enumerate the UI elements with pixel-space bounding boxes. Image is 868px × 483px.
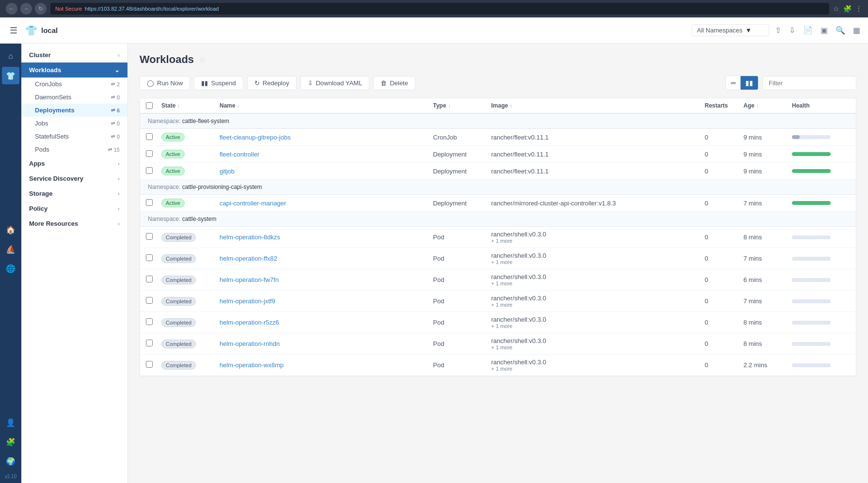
row-checkbox[interactable] [146,318,153,325]
row-checkbox[interactable] [146,254,153,261]
row-checkbox[interactable] [146,133,153,140]
row-checkbox[interactable] [146,361,153,368]
back-button[interactable]: ← [6,3,17,15]
namespace-selector[interactable]: All Namespaces ▼ [692,24,769,36]
col-type[interactable]: Type ↕ [433,102,491,109]
workload-name-link[interactable]: helm-operation-8dkzs [220,234,280,241]
workload-name-link[interactable]: gitjob [220,168,235,175]
sidebar-icon-extensions[interactable]: 🧩 [2,433,19,451]
workload-image-cell: rancher/shell:v0.3.0 + 1 more [491,316,705,329]
workload-name-link[interactable]: fleet-cleanup-gitrepo-jobs [220,134,291,141]
cluster-nav-header[interactable]: Cluster › [21,47,127,62]
grid-view-button[interactable]: ▮▮ [741,76,758,90]
sidebar-item-statefulsets[interactable]: StatefulSets ⇄ 0 [21,130,127,143]
redeploy-button[interactable]: ↻ Redeploy [247,76,297,90]
col-state[interactable]: State ↕ [161,102,220,109]
sidebar-item-deployments[interactable]: Deployments ⇄ 6 [21,104,127,117]
status-badge: Completed [161,318,196,327]
sidebar-icon-home[interactable]: ⌂ [2,47,19,65]
status-badge: Active [161,150,185,158]
status-badge: Active [161,199,185,207]
copy-icon[interactable]: ▣ [821,26,828,35]
extensions-icon[interactable]: 🧩 [843,5,852,13]
sidebar-icon-globe[interactable]: 🌍 [2,452,19,470]
hamburger-menu[interactable]: ☰ [8,23,19,38]
health-bar [792,321,831,325]
filter-input[interactable] [762,76,856,90]
workload-name-link[interactable]: capi-controller-manager [220,200,286,207]
sidebar-icon-workloads[interactable]: 👕 [2,67,19,84]
workload-name-link[interactable]: helm-operation-rnhdn [220,340,280,347]
workload-type: CronJob [433,134,491,141]
cluster-label: Cluster [29,51,51,59]
col-age[interactable]: Age ↕ [743,102,792,109]
workload-name-link[interactable]: helm-operation-wx8mp [220,361,284,369]
workloads-table: State ↕ Name ↓ Type ↕ Image ↕ Restarts A… [140,98,856,376]
workloads-nav-header[interactable]: Workloads ⌄ [21,62,127,78]
search-icon[interactable]: 🔍 [836,26,845,35]
apps-chevron-icon: › [118,160,120,167]
table-row: Completed helm-operation-fw7fn Pod ranch… [140,269,856,291]
workload-name-link[interactable]: helm-operation-ffx82 [220,255,277,262]
storage-nav-header[interactable]: Storage › [21,186,127,201]
col-name[interactable]: Name ↓ [220,102,433,109]
browser-chrome: ← → ↻ Not Secure https://103.82.37.48/da… [0,0,868,17]
namespace-row-cattle-system: Namespace: cattle-system [140,212,856,227]
sidebar-icon-helm[interactable]: ⛵ [2,240,19,258]
sidebar-item-daemonsets[interactable]: DaemonSets ⇄ 0 [21,91,127,104]
sidebar-item-pods[interactable]: Pods ⇄ 15 [21,143,127,156]
health-bar [792,201,831,205]
view-toggle: ═ ▮▮ [726,76,758,90]
app-container: ☰ 👕 local All Namespaces ▼ ⇧ ⇩ 📄 ▣ 🔍 ▦ ⌂… [0,17,868,483]
row-checkbox[interactable] [146,150,153,157]
row-checkbox[interactable] [146,199,153,206]
sidebar-icon-user[interactable]: 👤 [2,414,19,431]
service-discovery-chevron-icon: › [118,175,120,182]
sidebar-item-cronjobs[interactable]: CronJobs ⇄ 2 [21,78,127,91]
workload-image: rancher/fleet:v0.11.1 [491,168,705,175]
suspend-button[interactable]: ▮▮ Suspend [194,76,243,90]
delete-button[interactable]: 🗑 Delete [373,76,415,90]
workload-name-link[interactable]: fleet-controller [220,151,259,158]
select-all-checkbox[interactable] [146,102,153,109]
list-view-button[interactable]: ═ [726,76,741,90]
workload-name-link[interactable]: helm-operation-fw7fn [220,276,279,283]
col-health[interactable]: Health [792,102,850,109]
file-icon[interactable]: 📄 [803,26,813,35]
workload-age: 9 mins [743,151,792,158]
reload-button[interactable]: ↻ [35,3,47,15]
favorite-star-icon[interactable]: ☆ [199,55,205,64]
forward-button[interactable]: → [20,3,32,15]
row-checkbox[interactable] [146,276,153,282]
bookmark-icon[interactable]: ☆ [833,5,839,13]
sidebar-icon-storage[interactable]: 🏠 [2,221,19,238]
image-sort-icon: ↕ [510,103,512,109]
sidebar-item-jobs[interactable]: Jobs ⇄ 0 [21,117,127,130]
layout-icon[interactable]: ▦ [853,26,860,35]
upload-icon[interactable]: ⇧ [775,26,781,35]
download-icon[interactable]: ⇩ [789,26,795,35]
address-bar[interactable]: Not Secure https://103.82.37.48/dashboar… [50,3,829,15]
download-yaml-button[interactable]: ⇩ Download YAML [300,76,370,90]
more-resources-chevron-icon: › [118,220,120,227]
more-resources-nav-header[interactable]: More Resources › [21,216,127,231]
policy-nav-header[interactable]: Policy › [21,201,127,216]
service-discovery-nav-header[interactable]: Service Discovery › [21,171,127,186]
workload-name-link[interactable]: helm-operation-r5zz6 [220,319,279,326]
menu-icon[interactable]: ⋮ [855,5,862,13]
workload-type: Pod [433,361,491,369]
col-restarts[interactable]: Restarts [705,102,743,109]
version-label: v2.10 [5,474,16,479]
run-now-button[interactable]: ◯ Run Now [140,76,190,90]
row-checkbox[interactable] [146,167,153,174]
status-badge: Completed [161,276,196,284]
row-checkbox[interactable] [146,340,153,346]
row-checkbox[interactable] [146,233,153,240]
workload-age: 9 mins [743,168,792,175]
sidebar-icon-network[interactable]: 🌐 [2,260,19,277]
workload-name-link[interactable]: helm-operation-jxtf9 [220,297,275,305]
col-image[interactable]: Image ↕ [491,102,705,109]
apps-nav-header[interactable]: Apps › [21,156,127,171]
row-checkbox[interactable] [146,297,153,304]
workloads-nav-label: Workloads [29,66,61,74]
